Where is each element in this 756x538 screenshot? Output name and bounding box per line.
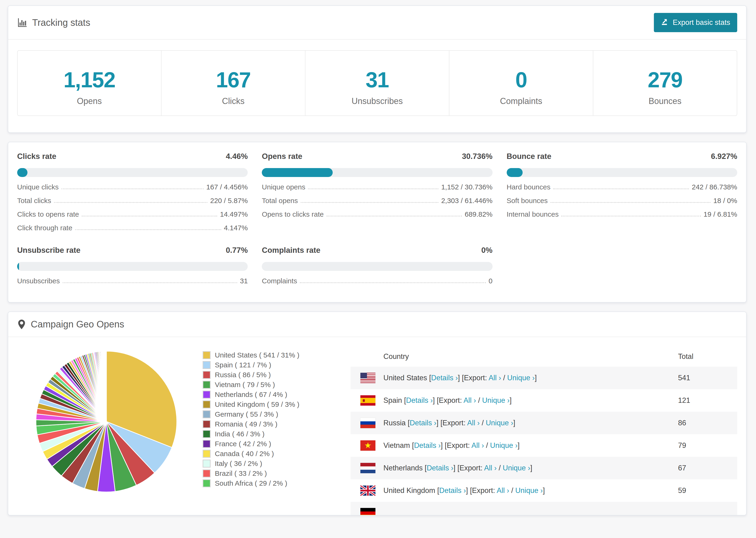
rate-row: Total opens2,303 / 61.446%: [262, 197, 492, 204]
rate-value: 0.77%: [226, 245, 248, 255]
tracking-stats-header: Tracking stats Export basic stats: [8, 6, 746, 40]
export-unique-link[interactable]: Unique ›: [507, 374, 535, 382]
summary-stat-bounces: 279Bounces: [593, 51, 737, 116]
bracket-text: ]: [510, 396, 512, 404]
rate-title: Unsubscribe rate: [17, 245, 81, 255]
stat-value: 279: [593, 69, 737, 91]
dotted-leader: [75, 229, 221, 230]
legend-item: Netherlands ( 67 / 4% ): [203, 390, 344, 400]
rate-row-label: Internal bounces: [507, 211, 559, 218]
progress-bar-fill: [17, 262, 19, 271]
details-link[interactable]: Details ›: [414, 441, 441, 450]
country-flag-de: [360, 508, 375, 515]
country-name: Netherlands: [383, 464, 423, 472]
legend-item: Vietnam ( 79 / 5% ): [203, 380, 344, 390]
export-unique-link[interactable]: Unique ›: [482, 396, 510, 404]
progress-bar: [17, 168, 248, 177]
bracket-text: ] [Export:: [453, 464, 484, 472]
legend-label: Brazil ( 33 / 2% ): [215, 469, 267, 477]
rate-row: Internal bounces19 / 6.81%: [507, 211, 737, 218]
export-all-link[interactable]: All ›: [484, 464, 497, 472]
rate-row-label: Hard bounces: [507, 184, 551, 190]
bracket-text: ]: [543, 486, 545, 495]
stat-label: Clicks: [162, 96, 305, 106]
rate-row-label: Unique opens: [262, 184, 305, 190]
total-column-header: Total: [678, 352, 728, 361]
export-all-link[interactable]: All ›: [471, 441, 484, 450]
table-row: Vietnam [Details ›] [Export: All › / Uni…: [351, 434, 737, 457]
country-cell: United Kingdom [Details ›] [Export: All …: [360, 485, 678, 496]
legend-item: Romania ( 49 / 3% ): [203, 419, 344, 429]
details-link[interactable]: Details ›: [431, 374, 458, 382]
table-row-partial: [351, 502, 737, 515]
legend-label: United Kingdom ( 59 / 3% ): [215, 401, 299, 408]
legend-label: Vietnam ( 79 / 5% ): [215, 381, 275, 389]
legend-item: United Kingdom ( 59 / 3% ): [203, 400, 344, 409]
rates-card: Clicks rate4.46%Unique clicks167 / 4.456…: [8, 142, 747, 302]
rate-row: Soft bounces18 / 0%: [507, 197, 737, 204]
legend-item: Canada ( 40 / 2% ): [203, 449, 344, 459]
stat-label: Unsubscribes: [305, 96, 449, 106]
rate-block-header: Complaints rate0%: [262, 245, 492, 255]
details-link[interactable]: Details ›: [406, 396, 433, 404]
rate-rows: Unsubscribes31: [17, 278, 248, 285]
map-pin-icon: [17, 319, 26, 330]
export-all-link[interactable]: All ›: [489, 374, 501, 382]
export-all-link[interactable]: All ›: [463, 396, 476, 404]
stat-value: 1,152: [18, 69, 161, 91]
country-name-and-links: United States [Details ›] [Export: All ›…: [383, 374, 537, 382]
country-cell: Vietnam [Details ›] [Export: All › / Uni…: [360, 440, 678, 451]
export-unique-link[interactable]: Unique ›: [503, 464, 530, 472]
stat-value: 167: [162, 69, 305, 91]
progress-bar-fill: [262, 168, 333, 177]
legend-label: Netherlands ( 67 / 4% ): [215, 391, 287, 399]
progress-bar: [17, 262, 248, 271]
export-all-link[interactable]: All ›: [467, 419, 480, 427]
separator-text: /: [501, 374, 507, 382]
stat-value: 0: [449, 69, 593, 91]
legend-item: Spain ( 121 / 7% ): [203, 360, 344, 370]
export-basic-stats-button[interactable]: Export basic stats: [654, 13, 737, 32]
details-link[interactable]: Details ›: [439, 486, 466, 495]
total-cell: 67: [678, 464, 728, 472]
legend-label: Germany ( 55 / 3% ): [215, 410, 278, 418]
table-row: Russia [Details ›] [Export: All › / Uniq…: [351, 412, 737, 434]
summary-stat-unsubscribes: 31Unsubscribes: [305, 51, 449, 116]
country-name: Spain: [383, 396, 402, 404]
export-all-link[interactable]: All ›: [497, 486, 509, 495]
dotted-leader: [327, 216, 462, 216]
rate-row-value: 167 / 4.456%: [206, 184, 248, 190]
rate-row-label: Unsubscribes: [17, 278, 60, 285]
page: Tracking stats Export basic stats 1,152O…: [0, 0, 756, 515]
bracket-text: ]: [535, 374, 537, 382]
export-unique-link[interactable]: Unique ›: [490, 441, 517, 450]
legend-swatch: [203, 381, 211, 389]
rate-row: Unsubscribes31: [17, 278, 248, 285]
progress-bar: [262, 262, 492, 271]
rate-row: Hard bounces242 / 86.738%: [507, 184, 737, 190]
details-link[interactable]: Details ›: [410, 419, 436, 427]
rate-row: Click through rate4.147%: [17, 224, 248, 232]
details-link[interactable]: Details ›: [427, 464, 453, 472]
table-row: Netherlands [Details ›] [Export: All › /…: [351, 457, 737, 479]
legend-swatch: [203, 459, 211, 467]
country-column-header: Country: [360, 352, 678, 361]
country-name: Vietnam: [383, 441, 410, 450]
rate-row-label: Opens to clicks rate: [262, 211, 324, 218]
legend-swatch: [203, 351, 211, 359]
rates-grid: Clicks rate4.46%Unique clicks167 / 4.456…: [17, 152, 737, 285]
rate-block: Unsubscribe rate0.77%Unsubscribes31: [17, 245, 248, 285]
total-cell: 86: [678, 419, 728, 427]
export-unique-link[interactable]: Unique ›: [515, 486, 543, 495]
rate-title: Opens rate: [262, 152, 302, 161]
country-name: Russia: [383, 419, 406, 427]
legend-swatch: [203, 440, 211, 448]
legend-item: United States ( 541 / 31% ): [203, 350, 344, 360]
separator-text: /: [480, 419, 486, 427]
rate-block: Bounce rate6.927%Hard bounces242 / 86.73…: [507, 152, 737, 232]
bar-chart-icon: [17, 17, 27, 28]
export-unique-link[interactable]: Unique ›: [486, 419, 513, 427]
bracket-text: ] [Export:: [441, 441, 471, 450]
tracking-stats-title: Tracking stats: [17, 17, 90, 28]
bracket-text: ]: [517, 441, 519, 450]
